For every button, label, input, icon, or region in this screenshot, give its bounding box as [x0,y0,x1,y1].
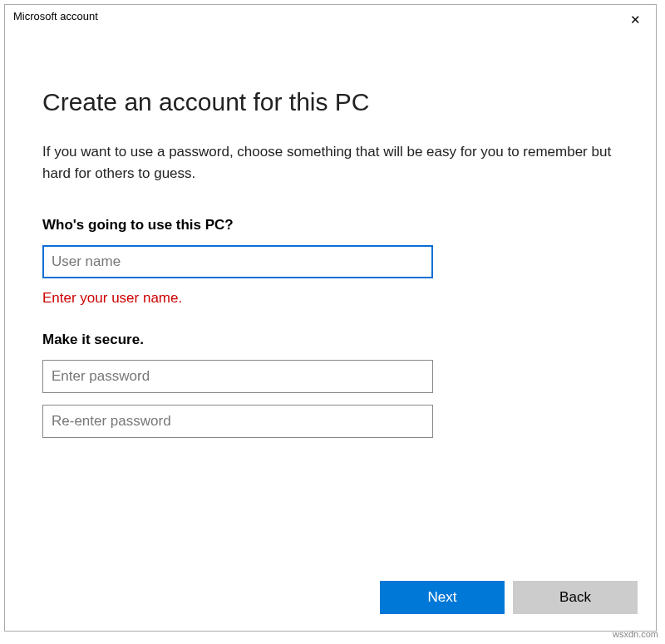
confirm-password-input[interactable] [42,405,433,438]
watermark-text: wsxdn.com [613,629,658,639]
password-input[interactable] [42,360,433,393]
username-input[interactable] [42,245,433,278]
page-subtext: If you want to use a password, choose so… [42,141,618,184]
close-icon[interactable]: ✕ [623,10,648,30]
username-error: Enter your user name. [42,290,618,307]
window-title: Microsoft account [13,10,98,22]
username-section-label: Who's going to use this PC? [42,217,618,234]
content-area: Create an account for this PC If you wan… [5,30,656,631]
page-title: Create an account for this PC [42,88,618,116]
back-button[interactable]: Back [513,581,638,614]
footer-buttons: Next Back [380,581,638,614]
next-button[interactable]: Next [380,581,505,614]
dialog-window: Microsoft account ✕ Create an account fo… [4,4,657,632]
secure-section-label: Make it secure. [42,332,618,348]
title-bar: Microsoft account ✕ [5,5,656,30]
